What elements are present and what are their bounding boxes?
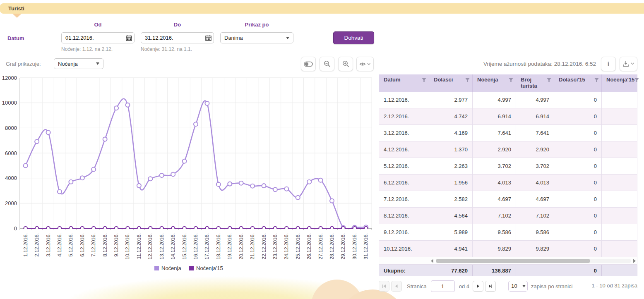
- x-axis-tick-label: 24.12.2016.: [284, 233, 289, 259]
- legend-swatch[interactable]: [189, 266, 194, 270]
- legend-label[interactable]: Noćenja'15: [196, 265, 223, 271]
- data-point-marker: [341, 227, 345, 230]
- data-point-marker: [69, 180, 73, 184]
- table-cell: 8.12.2016.: [379, 208, 429, 224]
- total-cell: 136.887: [473, 265, 516, 276]
- funnel-icon[interactable]: [547, 78, 551, 82]
- x-axis-tick-label: 3.12.2016.: [46, 233, 51, 257]
- next-page-button[interactable]: [473, 281, 483, 292]
- table-row: 6.12.2016.1.9564.0134.0130: [379, 175, 637, 191]
- data-point-marker: [80, 176, 84, 180]
- data-point-marker: [115, 227, 118, 230]
- table-cell: 2.920: [473, 141, 516, 158]
- column-header-1[interactable]: Dolasci: [429, 74, 473, 92]
- data-point-marker: [58, 227, 62, 230]
- graf-series-select[interactable]: Noćenja: [54, 58, 103, 69]
- table-cell: 2.920: [516, 141, 554, 158]
- page-number-input[interactable]: [431, 280, 455, 292]
- table-row: 9.12.2016.5.9899.5869.5860: [379, 224, 637, 241]
- funnel-icon[interactable]: [465, 78, 470, 82]
- column-header-5[interactable]: Noćenja'15: [602, 74, 637, 92]
- data-point-marker: [148, 177, 152, 181]
- scrollbar-thumb[interactable]: [436, 259, 590, 263]
- data-point-marker: [284, 187, 288, 191]
- scroll-right-icon[interactable]: [633, 259, 636, 263]
- table-cell: 0: [554, 241, 602, 257]
- calendar-icon[interactable]: [123, 33, 134, 43]
- funnel-icon[interactable]: [509, 78, 513, 82]
- filter-panel: Od Do Prikaz po Datum Noćenje: 1.12. na …: [0, 17, 644, 57]
- page-size-label: zapisa po stranici: [531, 283, 572, 289]
- data-point-marker: [251, 227, 255, 230]
- first-page-button[interactable]: [379, 281, 389, 292]
- table-cell: 0: [554, 141, 602, 158]
- table-cell: 7.641: [516, 125, 554, 141]
- data-point-marker: [46, 227, 50, 230]
- export-button[interactable]: [620, 57, 637, 71]
- column-header-2[interactable]: Noćenja: [473, 74, 516, 92]
- chart-toggle-button[interactable]: [301, 57, 316, 71]
- data-point-marker: [296, 227, 300, 230]
- next-page-icon: [476, 284, 481, 289]
- zoom-in-button[interactable]: [338, 57, 353, 71]
- data-point-marker: [216, 182, 221, 187]
- last-page-button[interactable]: [485, 281, 496, 292]
- date-to-hint: Noćenje: 31.12. na 1.1.: [141, 46, 192, 52]
- previous-page-button[interactable]: [391, 281, 402, 292]
- y-axis-tick-label: 6000: [5, 150, 17, 156]
- table-row: 5.12.2016.2.2633.7023.7020: [379, 158, 637, 175]
- top-tab-bar: Turisti: [0, 3, 644, 14]
- funnel-icon[interactable]: [634, 78, 639, 82]
- funnel-icon[interactable]: [594, 78, 599, 82]
- table-cell: 3.12.2016.: [379, 125, 429, 141]
- data-point-marker: [319, 178, 323, 182]
- data-point-marker: [92, 227, 96, 230]
- column-header-0[interactable]: Datum: [379, 74, 429, 92]
- dohvati-button[interactable]: Dohvati: [333, 31, 374, 44]
- date-from-input[interactable]: [62, 35, 123, 41]
- legend-swatch[interactable]: [154, 266, 159, 270]
- svg-text:i: i: [607, 61, 609, 67]
- info-button[interactable]: i: [601, 57, 616, 71]
- scrollbar-track[interactable]: [436, 259, 631, 263]
- data-point-marker: [217, 227, 221, 230]
- date-to-input[interactable]: [141, 35, 203, 41]
- x-axis-tick-label: 12.12.2016.: [147, 233, 153, 259]
- series-visibility-button[interactable]: [356, 57, 374, 71]
- chart-legend: NoćenjaNoćenja'15: [154, 265, 223, 271]
- table-cell: [602, 158, 637, 175]
- y-axis-tick-label: 12000: [2, 75, 17, 81]
- table-cell: 9.829: [473, 241, 516, 257]
- tab-turisti[interactable]: Turisti: [0, 3, 24, 14]
- previous-page-icon: [394, 284, 399, 289]
- table-cell: 4.013: [516, 175, 554, 191]
- data-point-marker: [364, 227, 368, 230]
- datum-label: Datum: [7, 35, 24, 41]
- zoom-in-icon: [342, 60, 349, 67]
- data-point-marker: [239, 227, 243, 230]
- x-axis-tick-label: 2.12.2016.: [34, 233, 40, 257]
- x-axis-tick-label: 18.12.2016.: [216, 233, 221, 259]
- prikaz-po-select[interactable]: Danima: [220, 32, 293, 43]
- data-point-marker: [228, 182, 232, 186]
- column-header-4[interactable]: Dolasci'15: [554, 74, 602, 92]
- data-point-marker: [308, 227, 311, 230]
- table-cell: 0: [554, 158, 602, 175]
- table-row: 1.12.2016.2.9774.9974.9970: [379, 92, 637, 108]
- funnel-icon[interactable]: [422, 78, 426, 82]
- x-axis-tick-label: 19.12.2016.: [227, 233, 233, 259]
- data-point-marker: [69, 227, 73, 230]
- table-cell: 4.941: [429, 241, 473, 257]
- scroll-left-icon[interactable]: [431, 259, 433, 263]
- data-updated-label: Vrijeme ažurnosti podataka: 28.12.2016. …: [483, 61, 596, 67]
- x-axis-tick-label: 27.12.2016.: [318, 233, 324, 259]
- legend-label[interactable]: Noćenja: [161, 265, 181, 271]
- page-size-select[interactable]: 10: [508, 281, 528, 292]
- table-row: 4.12.2016.1.3702.9202.9200: [379, 141, 637, 158]
- column-header-3[interactable]: Broj turista: [516, 74, 554, 92]
- zoom-out-button[interactable]: [320, 57, 334, 71]
- calendar-icon[interactable]: [203, 33, 214, 43]
- first-page-icon: [382, 284, 387, 289]
- table-cell: 3.702: [473, 158, 516, 175]
- x-axis-tick-label: 8.12.2016.: [102, 233, 108, 257]
